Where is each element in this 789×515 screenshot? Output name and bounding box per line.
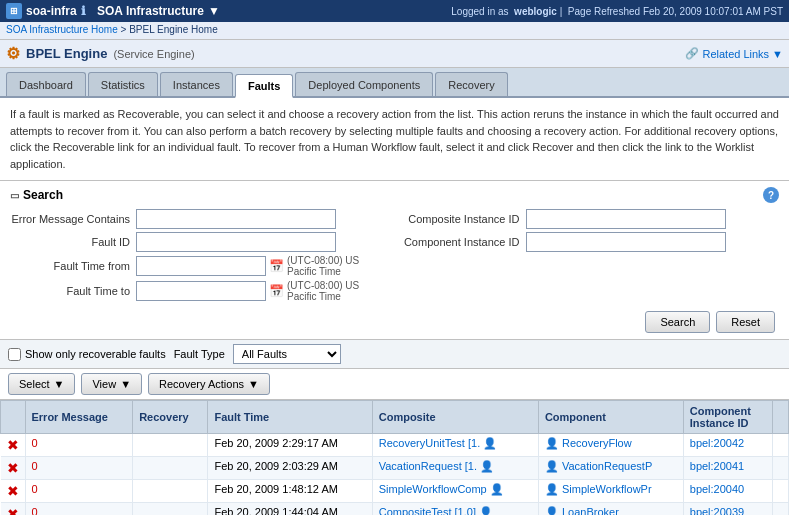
composite-icon: 👤 (480, 460, 494, 472)
page-header: ⚙ BPEL Engine (Service Engine) 🔗 Related… (0, 40, 789, 68)
fault-id-label: Fault ID (10, 236, 130, 248)
row-icon: ✖ (1, 480, 26, 503)
fault-link[interactable]: 0 (32, 460, 38, 472)
fault-type-select[interactable]: All Faults System Faults Business Faults (233, 344, 341, 364)
calendar-to-icon[interactable]: 📅 (269, 284, 284, 298)
fault-time-to-row: Fault Time to 📅 (UTC-08:00) US Pacific T… (10, 280, 390, 302)
recoverable-filter-label: Show only recoverable faults (8, 348, 166, 361)
search-title: Search (23, 188, 63, 202)
recovery-actions-label: Recovery Actions (159, 378, 244, 390)
fault-link[interactable]: 0 (32, 437, 38, 449)
row-error-message: 0 (25, 503, 133, 516)
fault-link[interactable]: 0 (32, 506, 38, 515)
row-component-instance-id: bpel:20039 (683, 503, 772, 516)
recoverable-checkbox[interactable] (8, 348, 21, 361)
composite-instance-row: Composite Instance ID (400, 209, 780, 229)
row-error-message: 0 (25, 480, 133, 503)
search-form: Error Message Contains Fault ID Fault Ti… (10, 209, 779, 305)
error-message-input[interactable] (136, 209, 336, 229)
tab-deployed-components[interactable]: Deployed Components (295, 72, 433, 96)
engine-icon: ⚙ (6, 44, 20, 63)
composite-link[interactable]: SimpleWorkflowComp (379, 483, 487, 495)
tab-bar: Dashboard Statistics Instances Faults De… (0, 68, 789, 98)
tab-faults[interactable]: Faults (235, 74, 293, 98)
row-component-instance-id: bpel:20042 (683, 434, 772, 457)
row-composite: CompositeTest [1.0] 👤 (372, 503, 538, 516)
row-fault-time: Feb 20, 2009 1:48:12 AM (208, 480, 372, 503)
row-composite: VacationRequest [1. 👤 (372, 457, 538, 480)
row-scroll-cell (773, 480, 789, 503)
reset-button[interactable]: Reset (716, 311, 775, 333)
composite-link[interactable]: VacationRequest [1. (379, 460, 477, 472)
composite-instance-input[interactable] (526, 209, 726, 229)
error-message-row: Error Message Contains (10, 209, 390, 229)
instance-id-link[interactable]: bpel:20041 (690, 460, 744, 472)
tz-to-label: (UTC-08:00) US Pacific Time (287, 280, 390, 302)
component-link[interactable]: SimpleWorkflowPr (562, 483, 652, 495)
view-dropdown[interactable]: View ▼ (81, 373, 142, 395)
fault-id-row: Fault ID (10, 232, 390, 252)
instance-id-link[interactable]: bpel:20039 (690, 506, 744, 515)
component-link[interactable]: RecoveryFlow (562, 437, 632, 449)
tz-from-label: (UTC-08:00) US Pacific Time (287, 255, 390, 277)
table-header-row: Error Message Recovery Fault Time Compos… (1, 401, 789, 434)
fault-time-to-input[interactable] (136, 281, 266, 301)
breadcrumb-home[interactable]: SOA Infrastructure Home (6, 24, 118, 35)
search-left-col: Error Message Contains Fault ID Fault Ti… (10, 209, 390, 305)
tab-recovery[interactable]: Recovery (435, 72, 507, 96)
composite-link[interactable]: RecoveryUnitTest [1. (379, 437, 480, 449)
table-row[interactable]: ✖ 0 Feb 20, 2009 1:48:12 AM SimpleWorkfl… (1, 480, 789, 503)
component-icon: 👤 (545, 483, 559, 495)
search-collapse-toggle[interactable]: ▭ Search (10, 188, 63, 202)
tab-instances[interactable]: Instances (160, 72, 233, 96)
row-scroll-cell (773, 434, 789, 457)
component-link[interactable]: LoanBroker (562, 506, 619, 515)
calendar-from-icon[interactable]: 📅 (269, 259, 284, 273)
table-row[interactable]: ✖ 0 Feb 20, 2009 2:03:29 AM VacationRequ… (1, 457, 789, 480)
search-button[interactable]: Search (645, 311, 710, 333)
action-toolbar: Select ▼ View ▼ Recovery Actions ▼ (0, 369, 789, 400)
select-arrow: ▼ (54, 378, 65, 390)
error-icon: ✖ (7, 506, 19, 515)
tab-statistics[interactable]: Statistics (88, 72, 158, 96)
search-buttons: Search Reset (10, 311, 779, 333)
component-icon: 👤 (545, 506, 559, 515)
faults-table: Error Message Recovery Fault Time Compos… (0, 400, 789, 515)
table-row[interactable]: ✖ 0 Feb 20, 2009 1:44:04 AM CompositeTes… (1, 503, 789, 516)
recovery-actions-dropdown[interactable]: Recovery Actions ▼ (148, 373, 270, 395)
related-links-button[interactable]: 🔗 Related Links ▼ (685, 47, 783, 60)
search-section: ▭ Search ? Error Message Contains Fault … (0, 181, 789, 340)
instance-id-link[interactable]: bpel:20042 (690, 437, 744, 449)
composite-link[interactable]: CompositeTest [1.0] (379, 506, 476, 515)
collapse-icon: ▭ (10, 190, 19, 201)
row-icon: ✖ (1, 457, 26, 480)
select-dropdown[interactable]: Select ▼ (8, 373, 75, 395)
row-recovery (133, 480, 208, 503)
row-recovery (133, 457, 208, 480)
soa-infra-icon: ⊞ (6, 3, 22, 19)
refresh-info: Page Refreshed Feb 20, 2009 10:07:01 AM … (568, 6, 783, 17)
fault-id-input[interactable] (136, 232, 336, 252)
logged-in-label: Logged in as (451, 6, 508, 17)
row-fault-time: Feb 20, 2009 1:44:04 AM (208, 503, 372, 516)
filter-toolbar: Show only recoverable faults Fault Type … (0, 340, 789, 369)
col-component-instance-id: ComponentInstance ID (683, 401, 772, 434)
component-instance-input[interactable] (526, 232, 726, 252)
tab-dashboard[interactable]: Dashboard (6, 72, 86, 96)
search-right-col: Composite Instance ID Component Instance… (400, 209, 780, 305)
error-icon: ✖ (7, 460, 19, 476)
table-row[interactable]: ✖ 0 Feb 20, 2009 2:29:17 AM RecoveryUnit… (1, 434, 789, 457)
fault-time-from-input[interactable] (136, 256, 266, 276)
fault-link[interactable]: 0 (32, 483, 38, 495)
component-link[interactable]: VacationRequestP (562, 460, 652, 472)
row-component: 👤 LoanBroker (538, 503, 683, 516)
row-component: 👤 VacationRequestP (538, 457, 683, 480)
help-icon[interactable]: ? (763, 187, 779, 203)
product-name[interactable]: SOA Infrastructure (97, 4, 204, 18)
instance-id-link[interactable]: bpel:20040 (690, 483, 744, 495)
dropdown-icon[interactable]: ▼ (208, 4, 220, 18)
info-icon[interactable]: ℹ (81, 4, 86, 18)
component-instance-row: Component Instance ID (400, 232, 780, 252)
fault-time-from-row: Fault Time from 📅 (UTC-08:00) US Pacific… (10, 255, 390, 277)
row-scroll-cell (773, 457, 789, 480)
